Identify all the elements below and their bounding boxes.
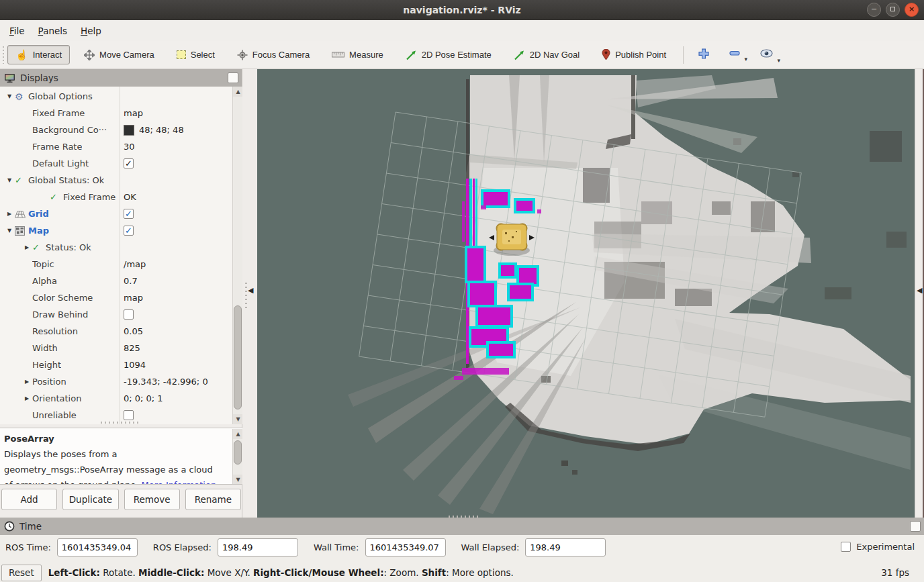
display-row-topic[interactable]: Topic/map [0, 256, 232, 273]
property-value[interactable]: 0.7 [124, 273, 138, 289]
tool-properties-button[interactable]: ▾ [753, 46, 780, 63]
scroll-down-icon[interactable]: ▼ [233, 414, 242, 424]
checkbox-checked[interactable]: ✓ [124, 209, 134, 219]
display-row-color-scheme[interactable]: Color Schememap [0, 289, 232, 306]
caret-down-icon[interactable]: ▾ [778, 57, 781, 64]
duplicate-button[interactable]: Duplicate [62, 489, 118, 510]
property-value[interactable]: 825 [124, 340, 140, 356]
display-row-alpha[interactable]: Alpha0.7 [0, 273, 232, 289]
display-row-status-ok[interactable]: ▶✓Status: Ok [0, 239, 232, 256]
property-value[interactable]: 0; 0; 0; 1 [124, 390, 163, 407]
remove-tool-button[interactable]: ▾ [723, 48, 747, 62]
property-value[interactable]: /map [124, 256, 146, 273]
tool-2d-nav-goal[interactable]: 2D Nav Goal [506, 45, 588, 65]
menu-panels[interactable]: Panels [32, 22, 74, 40]
tool-move-camera[interactable]: Move Camera [76, 45, 163, 65]
description-scrollbar[interactable]: ▲ ▼ [232, 429, 242, 485]
display-row-frame-rate[interactable]: Frame Rate30 [0, 138, 232, 155]
display-row-grid[interactable]: ▶Grid✓ [0, 205, 232, 222]
expander-right-icon[interactable]: ▶ [4, 211, 15, 217]
checkbox-unchecked[interactable] [124, 309, 134, 320]
desc-scrollbar-thumb[interactable] [234, 440, 242, 465]
add-button[interactable]: Add [1, 489, 57, 510]
property-value[interactable]: -19.343; -42.996; 0 [124, 373, 208, 390]
tool-measure[interactable]: Measure [324, 45, 391, 64]
tool-select[interactable]: Select [169, 45, 223, 64]
display-row-width[interactable]: Width825 [0, 340, 232, 356]
scroll-up-icon[interactable]: ▲ [233, 87, 242, 97]
color-swatch[interactable] [124, 125, 134, 136]
panel-splitter[interactable]: ◀ [242, 69, 257, 518]
display-row-fixed-frame[interactable]: Fixed Framemap [0, 105, 232, 122]
toolbar-drag-handle[interactable] [1, 45, 5, 65]
property-value[interactable]: 1094 [124, 356, 146, 373]
tree-scrollbar-thumb[interactable] [234, 305, 242, 409]
time-panel-header[interactable]: Time [0, 518, 924, 535]
property-value[interactable]: OK [124, 189, 136, 205]
expander-right-icon[interactable]: ▶ [21, 379, 32, 385]
checkbox-checked[interactable]: ✓ [124, 158, 134, 168]
minimize-button[interactable]: − [867, 3, 881, 17]
display-row-global-status-ok[interactable]: ▼✓Global Status: Ok [0, 172, 232, 189]
wall-time-input[interactable] [365, 538, 446, 556]
tool-focus-camera[interactable]: Focus Camera [229, 45, 318, 65]
displays-buttons: AddDuplicateRemoveRename [0, 489, 242, 510]
display-row-position[interactable]: ▶Position-19.343; -42.996; 0 [0, 373, 232, 390]
display-row-height[interactable]: Height1094 [0, 356, 232, 373]
property-value[interactable]: 48; 48; 48 [124, 122, 184, 138]
menu-file[interactable]: File [3, 22, 32, 40]
property-value[interactable]: ✓ [124, 155, 134, 172]
desc-scroll-up-icon[interactable]: ▲ [233, 429, 242, 439]
desc-scroll-down-icon[interactable]: ▼ [233, 475, 242, 485]
property-value[interactable]: 0.05 [124, 323, 143, 340]
menu-help[interactable]: Help [74, 22, 108, 40]
property-value[interactable]: map [124, 289, 143, 306]
displays-panel-header[interactable]: Displays [0, 69, 242, 87]
wall-elapsed-input[interactable] [525, 538, 606, 556]
display-row-map[interactable]: ▼Map✓ [0, 222, 232, 239]
checkbox-checked[interactable]: ✓ [124, 226, 134, 236]
property-value[interactable] [124, 306, 134, 323]
expander-right-icon[interactable]: ▶ [21, 244, 32, 250]
display-row-default-light[interactable]: Default Light✓ [0, 155, 232, 172]
time-float-button[interactable] [910, 521, 921, 532]
right-panel-splitter[interactable]: ◀ [915, 69, 924, 518]
caret-down-icon[interactable]: ▾ [745, 56, 748, 62]
remove-button[interactable]: Remove [124, 489, 180, 510]
property-value[interactable]: 30 [124, 138, 135, 155]
collapse-right-icon[interactable]: ◀ [917, 286, 922, 295]
tool-2d-pose-estimate[interactable]: 2D Pose Estimate [398, 45, 500, 65]
tree-desc-splitter[interactable] [101, 422, 138, 424]
ros-elapsed-input[interactable] [218, 538, 298, 556]
display-row-global-options[interactable]: ▼⚙Global Options [0, 88, 232, 105]
property-value[interactable]: map [124, 105, 143, 122]
maximize-button[interactable] [886, 3, 900, 17]
expander-down-icon[interactable]: ▼ [4, 228, 15, 234]
rename-button[interactable]: Rename [185, 489, 241, 510]
more-information-link[interactable]: More Information. [142, 480, 220, 485]
display-row-draw-behind[interactable]: Draw Behind [0, 306, 232, 323]
checkbox-unchecked[interactable] [124, 410, 134, 420]
display-row-background-co[interactable]: Background Co···48; 48; 48 [0, 122, 232, 138]
collapse-left-icon[interactable]: ◀ [248, 286, 253, 295]
display-row-resolution[interactable]: Resolution0.05 [0, 323, 232, 340]
expander-right-icon[interactable]: ▶ [21, 395, 32, 401]
tree-scrollbar[interactable]: ▲ ▼ [232, 87, 242, 424]
expander-down-icon[interactable]: ▼ [4, 177, 15, 183]
experimental-checkbox[interactable] [841, 542, 851, 552]
3d-viewport[interactable] [257, 69, 915, 518]
displays-float-button[interactable] [228, 72, 238, 83]
tool-interact[interactable]: ☝Interact [7, 45, 70, 64]
tool-publish-point[interactable]: Publish Point [594, 44, 674, 65]
add-tool-button[interactable] [692, 46, 716, 64]
display-row-orientation[interactable]: ▶Orientation0; 0; 0; 1 [0, 390, 232, 407]
reset-button[interactable]: Reset [1, 565, 42, 581]
property-value[interactable]: ✓ [124, 205, 134, 222]
property-value[interactable]: ✓ [124, 222, 134, 239]
close-button[interactable]: × [905, 3, 919, 17]
title-bar[interactable]: navigation.rviz* - RViz − × [0, 0, 924, 20]
ros-time-input[interactable] [57, 538, 138, 556]
splitter-handle[interactable] [245, 283, 247, 309]
expander-down-icon[interactable]: ▼ [4, 93, 15, 99]
display-row-fixed-frame[interactable]: ✓Fixed FrameOK [0, 189, 232, 205]
